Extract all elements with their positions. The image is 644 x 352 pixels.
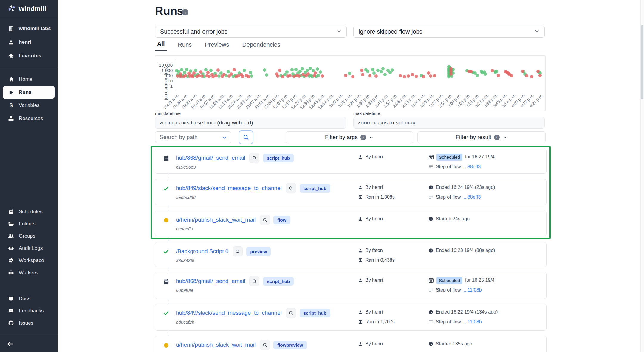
error-point[interactable] — [403, 75, 406, 78]
inspect-run-button[interactable] — [260, 215, 270, 225]
success-point[interactable] — [381, 67, 385, 70]
sidebar-item-issues[interactable]: Issues — [0, 317, 58, 329]
run-row[interactable]: hub/849/slack/send_message_to_channel sc… — [155, 304, 547, 331]
error-point[interactable] — [276, 74, 279, 78]
run-path-link[interactable]: hub/868/gmail/_send_email — [176, 278, 245, 284]
sidebar-item-home[interactable]: Home — [0, 73, 58, 86]
run-row[interactable]: /Background Script 0 preview 38c8486f By… — [155, 242, 547, 267]
success-point[interactable] — [376, 69, 380, 72]
info-icon[interactable]: i — [182, 9, 188, 15]
run-row[interactable]: u/henri/publish_slack_wait_mail flow 0c8… — [155, 211, 547, 236]
filter-by-args-button[interactable]: Filter by args i — [286, 131, 413, 143]
error-point[interactable] — [298, 74, 301, 78]
success-point[interactable] — [366, 70, 369, 73]
run-path-link[interactable]: hub/849/slack/send_message_to_channel — [176, 185, 282, 191]
collapse-sidebar-button[interactable] — [7, 340, 14, 349]
max-datetime-input[interactable] — [353, 117, 545, 129]
inspect-run-button[interactable] — [249, 153, 259, 163]
error-point[interactable] — [314, 71, 317, 75]
sidebar-item-groups[interactable]: Groups — [0, 230, 58, 242]
success-point[interactable] — [306, 69, 309, 72]
run-path-link[interactable]: u/henri/publish_slack_wait_mail — [176, 217, 256, 223]
error-point[interactable] — [247, 75, 250, 78]
success-point[interactable] — [380, 70, 383, 73]
success-point[interactable] — [372, 71, 376, 75]
error-point[interactable] — [233, 68, 236, 71]
error-point[interactable] — [288, 74, 292, 77]
success-point[interactable] — [301, 67, 304, 70]
success-point[interactable] — [476, 74, 479, 77]
inspect-run-button[interactable] — [260, 340, 270, 350]
error-point[interactable] — [525, 74, 528, 77]
error-point[interactable] — [422, 75, 425, 78]
skipped-flow-select[interactable]: Ignore skipped flow jobs — [353, 26, 545, 38]
sidebar-item-feedbacks[interactable]: Feedbacks — [0, 305, 58, 317]
sidebar-item-docs[interactable]: Docs — [0, 292, 58, 305]
error-point[interactable] — [191, 75, 194, 78]
sidebar-item-resources[interactable]: Resources — [0, 112, 58, 125]
tab-runs[interactable]: Runs — [176, 41, 194, 51]
error-point[interactable] — [216, 68, 220, 72]
error-point[interactable] — [411, 73, 414, 76]
success-point[interactable] — [263, 68, 266, 72]
error-point[interactable] — [360, 69, 363, 72]
sidebar-item-schedules[interactable]: Schedules — [0, 205, 58, 218]
success-point[interactable] — [250, 74, 253, 78]
inspect-run-button[interactable] — [286, 308, 296, 318]
flow-link[interactable]: ...88eff3 — [464, 194, 481, 200]
error-point[interactable] — [399, 74, 402, 77]
success-point[interactable] — [180, 68, 183, 71]
error-point[interactable] — [470, 70, 473, 73]
error-point[interactable] — [497, 74, 500, 77]
sidebar-item-folders[interactable]: Folders — [0, 218, 58, 230]
success-point[interactable] — [294, 68, 298, 71]
run-row[interactable]: hub/868/gmail/_send_email script_hub 619… — [155, 149, 547, 174]
sidebar-item-workers[interactable]: Workers — [0, 267, 58, 279]
success-point[interactable] — [290, 68, 294, 71]
sidebar-item-variables[interactable]: $ Variables — [0, 99, 58, 112]
error-point[interactable] — [510, 74, 513, 77]
chevron-down-icon[interactable] — [222, 135, 227, 141]
error-point[interactable] — [538, 74, 542, 77]
error-point[interactable] — [536, 70, 540, 73]
error-point[interactable] — [214, 74, 218, 77]
run-row[interactable]: hub/849/slack/send_message_to_channel sc… — [155, 179, 547, 205]
success-point[interactable] — [309, 67, 312, 70]
success-point[interactable] — [484, 72, 487, 76]
min-datetime-input[interactable] — [155, 117, 346, 129]
inspect-run-button[interactable] — [249, 276, 259, 286]
search-path-input[interactable] — [155, 131, 231, 143]
error-point[interactable] — [208, 75, 211, 78]
success-point[interactable] — [285, 70, 289, 74]
error-point[interactable] — [433, 74, 436, 77]
error-point[interactable] — [192, 71, 196, 75]
run-path-link[interactable]: hub/849/slack/send_message_to_channel — [176, 310, 282, 316]
search-button[interactable] — [239, 130, 253, 144]
error-point[interactable] — [292, 75, 296, 78]
success-point[interactable] — [383, 73, 387, 76]
app-logo[interactable]: Windmill — [0, 0, 58, 18]
run-path-link[interactable]: u/henri/publish_slack_wait_mail — [176, 342, 256, 348]
run-path-link[interactable]: /Background Script 0 — [176, 248, 228, 255]
success-point[interactable] — [317, 74, 320, 77]
success-point[interactable] — [249, 71, 252, 74]
success-point[interactable] — [298, 70, 302, 73]
success-point[interactable] — [185, 68, 188, 71]
success-point[interactable] — [495, 70, 498, 73]
error-point[interactable] — [368, 74, 371, 77]
error-point[interactable] — [344, 74, 347, 77]
error-point[interactable] — [374, 74, 378, 78]
success-point[interactable] — [316, 67, 319, 71]
success-point[interactable] — [243, 69, 246, 72]
error-point[interactable] — [427, 71, 430, 75]
error-point[interactable] — [321, 74, 324, 78]
success-point[interactable] — [227, 70, 230, 73]
error-point[interactable] — [449, 72, 453, 76]
inspect-run-button[interactable] — [233, 246, 243, 256]
run-row[interactable]: u/henri/publish_slack_wait_mail flowprev… — [155, 336, 547, 352]
success-point[interactable] — [391, 68, 394, 72]
success-point[interactable] — [265, 73, 268, 77]
success-point[interactable] — [348, 72, 351, 75]
flow-link[interactable]: ...88eff3 — [464, 164, 481, 169]
sidebar-item-runs[interactable]: Runs — [3, 86, 55, 99]
